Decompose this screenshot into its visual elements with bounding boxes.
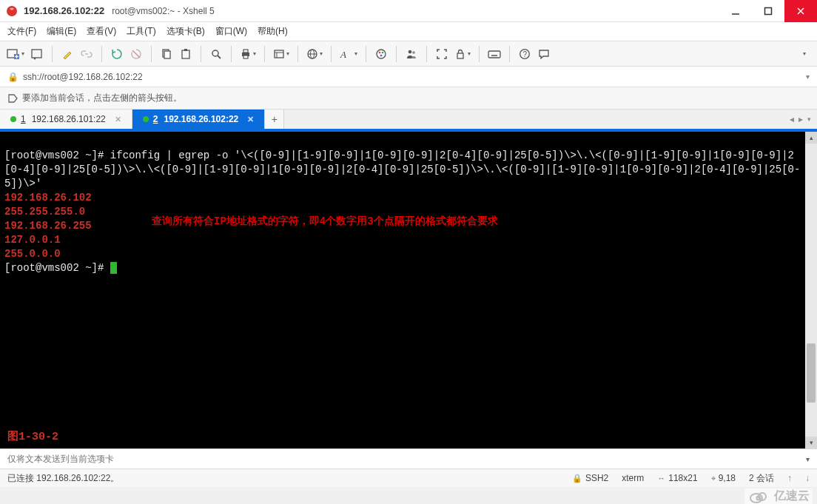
toolbar: ▾ ▾ ▾ ▾ A▾ ▾ ? ▾	[0, 41, 817, 67]
status-dot-icon	[10, 116, 16, 122]
menu-edit[interactable]: 编辑(E)	[47, 25, 76, 38]
status-connected: 已连接 192.168.26.102:22。	[7, 472, 119, 485]
reconnect-icon[interactable]	[108, 44, 126, 64]
link-icon[interactable]	[78, 44, 95, 64]
status-term: xterm	[622, 473, 644, 483]
tab-session-1[interactable]: 1 192.168.26.101:22 ✕	[0, 110, 132, 129]
tab-label: 192.168.26.102:22	[164, 114, 238, 124]
terminal[interactable]: [root@vms002 ~]# ifconfig | egrep -o '\<…	[0, 132, 805, 448]
svg-point-28	[379, 51, 381, 53]
minimize-button[interactable]	[719, 0, 752, 22]
lock-small-icon: 🔒	[7, 72, 19, 82]
tab-session-2[interactable]: 2 192.168.26.102:22 ✕	[132, 110, 265, 129]
copy-icon[interactable]	[158, 44, 175, 64]
address-bar[interactable]: 🔒 ssh://root@192.168.26.102:22 ▾	[0, 67, 817, 87]
properties-icon[interactable]: ▾	[271, 44, 292, 64]
status-sessions: 2 会话	[749, 472, 774, 485]
annotation-text: 查询所有符合IP地址格式的字符，即4个数字用3个点隔开的格式都符合要求	[152, 215, 498, 229]
svg-point-15	[212, 50, 218, 56]
tab-close-icon[interactable]: ✕	[247, 115, 254, 124]
menu-file[interactable]: 文件(F)	[7, 25, 36, 38]
svg-rect-14	[184, 49, 187, 51]
tab-number: 2	[153, 114, 158, 124]
svg-rect-2	[765, 7, 772, 14]
svg-rect-9	[32, 50, 41, 58]
status-down-icon[interactable]: ↓	[805, 473, 810, 483]
status-up-icon[interactable]: ↑	[787, 473, 792, 483]
menu-view[interactable]: 查看(V)	[87, 25, 116, 38]
tab-add-button[interactable]: +	[265, 110, 284, 129]
help-icon[interactable]: ?	[516, 44, 534, 64]
output-line: 192.168.26.255	[4, 220, 92, 232]
menu-window[interactable]: 窗口(W)	[215, 25, 247, 38]
font-icon[interactable]: A▾	[337, 44, 360, 64]
users-icon[interactable]	[403, 44, 420, 64]
keyboard-icon[interactable]	[485, 44, 503, 64]
bookmark-arrow-icon[interactable]	[7, 93, 18, 104]
menu-help[interactable]: 帮助(H)	[258, 25, 288, 38]
output-line: 255.255.255.0	[4, 206, 85, 218]
new-session-icon[interactable]: ▾	[4, 44, 27, 64]
scroll-track[interactable]	[805, 144, 817, 437]
svg-line-10	[132, 50, 140, 58]
watermark: 亿速云	[744, 488, 813, 504]
svg-point-29	[382, 51, 384, 53]
address-overflow[interactable]: ▾	[806, 73, 810, 81]
titlebar: 192.168.26.102:22 root@vms002:~ - Xshell…	[0, 0, 817, 22]
tab-next-icon[interactable]: ▸	[798, 114, 803, 124]
open-session-icon[interactable]	[28, 44, 46, 64]
chat-icon[interactable]	[535, 44, 553, 64]
hint-bar: 要添加当前会话，点击左侧的箭头按钮。	[0, 87, 817, 110]
globe-icon[interactable]: ▾	[304, 44, 325, 64]
svg-point-27	[377, 50, 386, 58]
prompt: [root@vms002 ~]#	[4, 262, 110, 274]
toolbar-separator	[426, 46, 427, 62]
print-icon[interactable]: ▾	[238, 44, 258, 64]
toolbar-separator	[396, 46, 397, 62]
svg-point-30	[380, 54, 383, 56]
toolbar-overflow-icon[interactable]: ▾	[795, 44, 813, 64]
disconnect-icon[interactable]	[127, 44, 145, 64]
output-line: 255.0.0.0	[4, 248, 61, 260]
send-bar: ▾	[0, 448, 817, 469]
address-url: ssh://root@192.168.26.102:22	[23, 72, 143, 82]
svg-point-0	[7, 6, 17, 16]
tab-close-icon[interactable]: ✕	[115, 115, 121, 124]
menu-tools[interactable]: 工具(T)	[127, 25, 155, 38]
terminal-scrollbar[interactable]: ▴ ▾	[805, 132, 817, 448]
tab-list-icon[interactable]: ▾	[807, 115, 811, 123]
terminal-area: [root@vms002 ~]# ifconfig | egrep -o '\<…	[0, 132, 817, 448]
prompt: [root@vms002 ~]#	[4, 149, 110, 161]
fullscreen-icon[interactable]	[433, 44, 451, 64]
toolbar-separator	[366, 46, 366, 62]
status-bar: 已连接 192.168.26.102:22。 🔒SSH2 xterm ↔118x…	[0, 469, 817, 487]
toolbar-separator	[297, 46, 298, 62]
find-icon[interactable]	[207, 44, 225, 64]
send-mode-dropdown[interactable]: ▾	[806, 455, 810, 463]
lock-icon[interactable]: ▾	[452, 44, 473, 64]
scroll-thumb[interactable]	[807, 343, 816, 403]
maximize-button[interactable]	[752, 0, 784, 22]
svg-point-31	[408, 50, 412, 53]
toolbar-separator	[52, 46, 53, 62]
scroll-down-icon[interactable]: ▾	[805, 437, 817, 448]
tab-prev-icon[interactable]: ◂	[790, 114, 794, 124]
svg-rect-13	[182, 50, 189, 58]
toolbar-separator	[101, 46, 102, 62]
resize-icon: ↔	[657, 474, 665, 483]
status-cursor: ⌖9,18	[711, 473, 736, 483]
svg-point-32	[412, 51, 415, 54]
menubar: 文件(F) 编辑(E) 查看(V) 工具(T) 选项卡(B) 窗口(W) 帮助(…	[0, 22, 817, 41]
paste-icon[interactable]	[177, 44, 195, 64]
highlight-icon[interactable]	[58, 44, 76, 64]
color-scheme-icon[interactable]	[372, 44, 390, 64]
scroll-up-icon[interactable]: ▴	[805, 132, 817, 144]
close-button[interactable]	[784, 0, 817, 22]
toolbar-separator	[509, 46, 510, 62]
window-title-ip: 192.168.26.102:22	[24, 5, 104, 16]
send-input[interactable]	[7, 454, 801, 464]
figure-label: 图1-30-2	[7, 430, 58, 444]
svg-line-16	[218, 56, 221, 58]
menu-tabs[interactable]: 选项卡(B)	[167, 25, 205, 38]
terminal-cursor	[110, 262, 117, 274]
